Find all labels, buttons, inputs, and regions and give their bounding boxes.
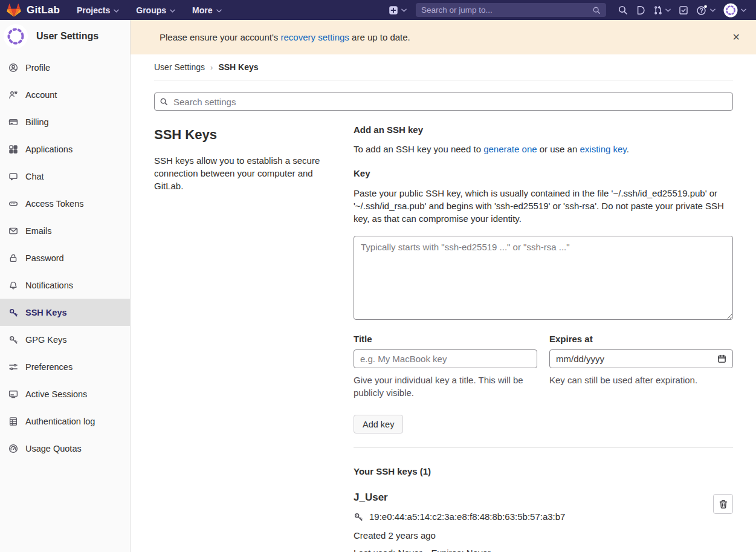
key-icon [354, 512, 363, 522]
title-field-label: Title [354, 334, 537, 344]
sidebar-item-label: Authentication log [25, 417, 95, 426]
bell-icon [8, 281, 18, 290]
generate-one-link[interactable]: generate one [483, 144, 537, 154]
ssh-key-last-used: Last used: Never [354, 548, 422, 552]
breadcrumb-container: User Settings › SSH Keys [131, 54, 756, 80]
intro-text: To add an SSH key you need to [354, 144, 483, 154]
ssh-key-fingerprint: 19:e0:44:a5:14:c2:3a:e8:f8:48:8b:63:5b:5… [369, 511, 565, 522]
alert-text: Please ensure your account's [160, 32, 280, 42]
sidebar-item-label: Applications [25, 144, 73, 154]
billing-icon [8, 117, 18, 127]
merge-request-icon[interactable] [653, 5, 671, 15]
sidebar-item-active-sessions[interactable]: Active Sessions [0, 380, 130, 408]
user-menu-button[interactable] [723, 3, 746, 18]
sidebar-item-label: Password [25, 253, 64, 263]
calendar-icon[interactable] [717, 354, 726, 363]
key-field-label: Key [354, 168, 733, 178]
add-ssh-key-intro: To add an SSH key you need to generate o… [354, 144, 733, 154]
ssh-key-created: Created 2 years ago [354, 530, 697, 541]
title-input[interactable] [354, 349, 537, 368]
sidebar-item-label: Billing [25, 117, 49, 127]
page-description: SSH keys allow you to establish a secure… [154, 154, 335, 192]
sidebar-item-preferences[interactable]: Preferences [0, 353, 130, 380]
sidebar-item-profile[interactable]: Profile [0, 54, 130, 81]
new-item-menu-button[interactable] [389, 5, 407, 15]
nav-menu-projects[interactable]: Projects [77, 5, 119, 15]
key-icon [8, 335, 18, 345]
sidebar-item-usage-quotas[interactable]: Usage Quotas [0, 435, 130, 462]
global-search [416, 3, 606, 17]
token-icon [8, 199, 18, 209]
global-search-input[interactable] [421, 5, 592, 15]
account-icon [8, 90, 18, 100]
section-form: Add an SSH key To add an SSH key you nee… [354, 120, 733, 552]
sidebar-item-notifications[interactable]: Notifications [0, 271, 130, 299]
search-button[interactable] [618, 5, 628, 15]
expires-help-text: Key can still be used after expiration. [549, 374, 733, 386]
search-icon [592, 6, 601, 15]
sidebar-item-billing[interactable]: Billing [0, 108, 130, 135]
monitor-icon [8, 389, 18, 399]
applications-icon [8, 144, 18, 154]
close-icon[interactable]: ✕ [730, 30, 743, 45]
gitlab-home-link[interactable]: GitLab [6, 2, 60, 18]
intro-text: . [627, 144, 629, 154]
breadcrumb-separator: › [210, 63, 213, 72]
profile-icon [8, 63, 18, 73]
sidebar-item-emails[interactable]: Emails [0, 217, 130, 244]
log-icon [8, 417, 18, 426]
sidebar-item-label: Emails [25, 226, 52, 236]
sidebar-item-chat[interactable]: Chat [0, 163, 130, 190]
chevron-down-icon [114, 9, 119, 13]
email-icon [8, 226, 18, 236]
todo-icon[interactable] [679, 5, 688, 15]
ssh-key-textarea[interactable] [354, 236, 733, 320]
settings-sidebar: User Settings Profile Account [0, 20, 131, 552]
existing-key-link[interactable]: existing key [580, 144, 626, 154]
nav-menu-more[interactable]: More [192, 5, 221, 15]
chat-icon [8, 172, 18, 181]
recovery-settings-alert: Please ensure your account's recovery se… [131, 20, 756, 54]
top-navbar: GitLab Projects Groups More [0, 0, 756, 20]
add-key-button[interactable]: Add key [354, 415, 403, 433]
breadcrumb-user-settings[interactable]: User Settings [154, 62, 205, 72]
issues-icon[interactable] [636, 5, 645, 15]
user-avatar [4, 24, 28, 48]
sidebar-item-access-tokens[interactable]: Access Tokens [0, 190, 130, 217]
main-content: Please ensure your account's recovery se… [131, 20, 756, 552]
recovery-settings-link[interactable]: recovery settings [280, 32, 349, 42]
sidebar-item-label: Active Sessions [25, 389, 87, 399]
sidebar-item-authentication-log[interactable]: Authentication log [0, 408, 130, 435]
sidebar-item-label: Account [25, 90, 57, 100]
nav-menu-projects-label: Projects [77, 5, 110, 15]
sidebar-item-label: GPG Keys [25, 335, 67, 345]
sidebar-item-gpg-keys[interactable]: GPG Keys [0, 326, 130, 353]
delete-key-button[interactable] [713, 494, 733, 514]
trash-icon [719, 499, 728, 509]
section-summary: SSH Keys SSH keys allow you to establish… [154, 120, 335, 552]
breadcrumb: User Settings › SSH Keys [154, 62, 733, 80]
sliders-icon [8, 362, 18, 372]
sidebar-title: User Settings [36, 31, 99, 42]
chevron-down-icon [665, 8, 671, 12]
chevron-down-icon [170, 9, 175, 13]
nav-menu-groups[interactable]: Groups [136, 5, 175, 15]
sidebar-item-account[interactable]: Account [0, 81, 130, 108]
avatar [723, 3, 738, 18]
sidebar-item-label: Preferences [25, 362, 73, 372]
sidebar-item-label: Profile [25, 63, 50, 73]
brand-name: GitLab [27, 4, 60, 16]
help-icon[interactable] [696, 5, 716, 16]
section-divider [354, 447, 733, 448]
expires-at-input[interactable] [549, 349, 733, 368]
your-ssh-keys-heading: Your SSH keys (1) [354, 466, 733, 476]
sidebar-item-label: SSH Keys [25, 308, 67, 317]
sidebar-item-password[interactable]: Password [0, 244, 130, 271]
settings-search [154, 93, 733, 111]
sidebar-item-ssh-keys[interactable]: SSH Keys [0, 299, 130, 326]
sidebar-item-applications[interactable]: Applications [0, 135, 130, 163]
sidebar-item-label: Notifications [25, 281, 73, 290]
breadcrumb-current: SSH Keys [218, 62, 258, 72]
settings-search-input[interactable] [154, 93, 733, 111]
add-ssh-key-heading: Add an SSH key [354, 125, 733, 135]
